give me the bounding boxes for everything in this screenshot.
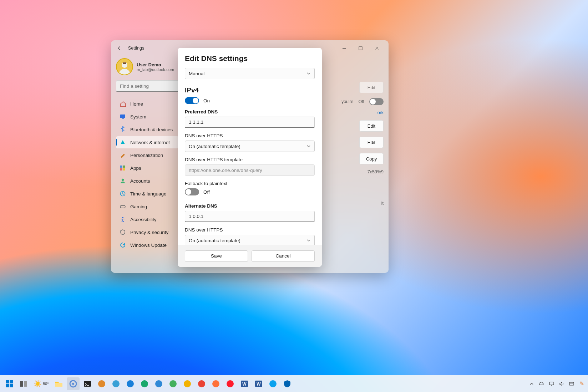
edit-button[interactable]: Edit	[359, 82, 384, 93]
svg-point-28	[169, 380, 177, 387]
preferred-dns-input[interactable]: 1.1.1.1	[185, 117, 315, 128]
fallback-toggle-state: Off	[203, 189, 210, 195]
alternate-dns-label: Alternate DNS	[185, 203, 315, 209]
taskbar-task-view[interactable]	[17, 377, 30, 390]
taskbar-edge[interactable]	[181, 377, 194, 390]
fallback-label: Fallback to plaintext	[185, 181, 315, 186]
svg-point-23	[98, 380, 105, 387]
dns-mode-value: Manual	[189, 71, 204, 76]
sidebar-item-label: Network & internet	[130, 140, 170, 145]
system-icon	[120, 113, 126, 120]
svg-point-25	[127, 380, 134, 387]
taskbar-word2[interactable]: W	[252, 377, 265, 390]
sidebar-item-system[interactable]: System	[116, 111, 179, 123]
svg-point-21	[72, 383, 74, 385]
time-icon	[120, 190, 126, 197]
taskbar-edge-dev[interactable]	[167, 377, 179, 390]
taskbar-security[interactable]	[281, 377, 294, 390]
bluetooth-icon	[120, 126, 126, 133]
bg-link[interactable]: ork	[377, 110, 384, 115]
save-button[interactable]: Save	[185, 250, 248, 262]
alternate-dns-value: 1.0.0.1	[189, 214, 203, 219]
dns-mode-select[interactable]: Manual	[185, 68, 315, 79]
metered-toggle[interactable]	[369, 98, 384, 105]
ipv4-toggle[interactable]	[185, 97, 199, 104]
taskbar-screen[interactable]	[267, 377, 279, 390]
bg-text: it	[381, 201, 384, 206]
chevron-down-icon	[306, 238, 311, 243]
svg-point-12	[122, 217, 123, 218]
input-indicator-icon[interactable]	[568, 380, 575, 387]
network-tray-icon[interactable]	[548, 380, 555, 387]
svg-point-37	[269, 380, 277, 387]
cancel-button[interactable]: Cancel	[252, 250, 315, 262]
sidebar-item-privacy[interactable]: Privacy & security	[116, 226, 179, 238]
taskbar-firefox[interactable]	[209, 377, 222, 390]
doh-select[interactable]: On (automatic template)	[185, 141, 315, 152]
sidebar-item-bluetooth[interactable]: Bluetooth & devices	[116, 123, 179, 136]
dialog-body: Edit DNS settings Manual IPv4 On Preferr…	[178, 48, 322, 245]
sidebar-item-accessibility[interactable]: Accessibility	[116, 213, 179, 225]
svg-rect-16	[10, 384, 13, 387]
sidebar-item-personalization[interactable]: Personalization	[116, 149, 179, 161]
taskbar: ☀️80°WW ✎	[0, 375, 588, 392]
onedrive-icon[interactable]	[538, 380, 545, 387]
edit-button[interactable]: Edit	[359, 120, 384, 132]
personalization-icon	[120, 152, 126, 158]
taskbar-weather[interactable]: ☀️80°	[31, 380, 51, 388]
chevron-down-icon	[306, 71, 311, 76]
bg-text: you're	[341, 99, 354, 104]
gaming-icon	[120, 203, 126, 210]
taskbar-file-explorer[interactable]	[52, 377, 65, 390]
taskbar-edge-beta[interactable]	[152, 377, 165, 390]
doh-template-label: DNS over HTTPS template	[185, 157, 315, 162]
taskbar-powertoys[interactable]	[95, 377, 108, 390]
sidebar-item-network[interactable]: Network & internet	[116, 136, 179, 148]
sidebar-item-label: Windows Update	[130, 243, 167, 248]
sidebar-item-apps[interactable]: Apps	[116, 162, 179, 174]
sidebar-item-gaming[interactable]: Gaming	[116, 200, 179, 213]
svg-rect-4	[122, 118, 124, 119]
svg-text:W: W	[257, 382, 261, 387]
svg-rect-18	[24, 381, 27, 387]
taskbar-start[interactable]	[3, 377, 16, 390]
sidebar-item-update[interactable]: Windows Update	[116, 239, 179, 251]
svg-rect-17	[20, 381, 23, 387]
taskbar-chrome[interactable]	[195, 377, 208, 390]
taskbar-paint3d[interactable]	[110, 377, 122, 390]
taskbar-edge-canary[interactable]	[138, 377, 151, 390]
svg-rect-6	[123, 166, 125, 168]
apps-icon	[120, 165, 126, 171]
svg-point-42	[572, 383, 573, 384]
sidebar-item-label: Accessibility	[130, 217, 157, 222]
edit-button[interactable]: Edit	[359, 137, 384, 148]
snipping-tool-icon[interactable]: ✎	[578, 380, 585, 387]
sidebar-item-time[interactable]: Time & language	[116, 188, 179, 200]
taskbar-terminal[interactable]	[81, 377, 94, 390]
copy-button[interactable]: Copy	[359, 153, 384, 164]
preferred-dns-label: Preferred DNS	[185, 109, 315, 114]
edit-dns-dialog: Edit DNS settings Manual IPv4 On Preferr…	[178, 48, 322, 267]
taskbar-settings[interactable]	[67, 377, 80, 390]
doh2-select[interactable]: On (automatic template)	[185, 235, 315, 245]
accounts-icon	[120, 178, 126, 184]
bg-text: 7c59%9	[368, 169, 384, 174]
sidebar-item-accounts[interactable]: Accounts	[116, 175, 179, 187]
taskbar-word[interactable]: W	[238, 377, 251, 390]
taskbar-opera[interactable]	[224, 377, 237, 390]
svg-rect-8	[123, 168, 125, 170]
sidebar-item-label: Apps	[130, 166, 141, 171]
fallback-toggle[interactable]	[185, 188, 199, 195]
svg-rect-14	[10, 380, 13, 383]
doh-value: On (automatic template)	[189, 144, 240, 149]
alternate-dns-input[interactable]: 1.0.0.1	[185, 211, 315, 222]
sidebar-item-home[interactable]: Home	[116, 98, 179, 110]
chevron-down-icon	[306, 144, 311, 148]
tray-chevron-icon[interactable]	[528, 380, 535, 387]
doh-template-input[interactable]: https://one.one.one.one/dns-query	[185, 164, 315, 176]
taskbar-store[interactable]	[124, 377, 137, 390]
volume-icon[interactable]	[558, 380, 565, 387]
svg-rect-38	[549, 382, 554, 385]
svg-rect-5	[120, 166, 122, 168]
svg-point-32	[227, 380, 234, 387]
